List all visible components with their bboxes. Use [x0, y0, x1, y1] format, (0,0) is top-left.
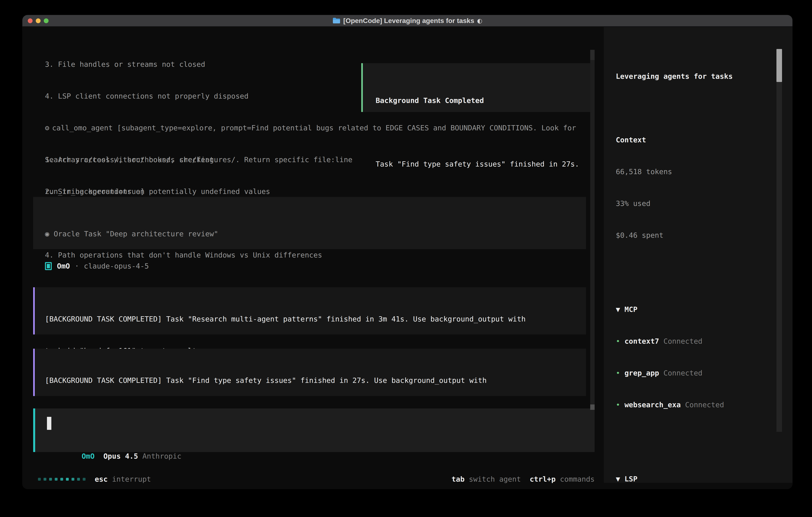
maximize-window-button[interactable] — [44, 19, 49, 23]
window-title: [OpenCode] Leveraging agents for tasks ◐ — [332, 17, 482, 25]
tool-call-header: ⚙call_omo_agent [subagent_type=explore, … — [45, 123, 576, 133]
chat-scrollbar[interactable] — [590, 50, 594, 410]
status-dot-icon: • — [616, 369, 620, 377]
chat-scrollbar-cap — [590, 50, 594, 60]
mcp-item: • websearch_exa Connected — [616, 400, 782, 410]
title-bar[interactable]: [OpenCode] Leveraging agents for tasks ◐ — [22, 15, 792, 27]
agent-model: claude-opus-4-5 — [84, 261, 149, 271]
activity-dots — [38, 478, 86, 481]
context-used: 33% used — [616, 198, 782, 209]
record-icon: ◉ — [45, 230, 49, 238]
agent-header: OmO · claude-opus-4-5 — [45, 261, 149, 271]
terminal-window: [OpenCode] Leveraging agents for tasks ◐… — [22, 15, 792, 489]
sidebar-scrollbar-thumb[interactable] — [777, 49, 782, 82]
input-model-line: OmOOpus 4.5Anthropic — [47, 440, 181, 472]
oracle-task-title: ◉Oracle Task "Deep architecture review" — [45, 228, 586, 239]
app-content: 3. File handles or streams not closed 4.… — [22, 27, 792, 483]
sidebar-scrollbar[interactable] — [777, 49, 782, 432]
status-right-hints: tab switch agent ctrl+p commands — [452, 474, 594, 484]
session-title: Leveraging agents for tasks — [616, 71, 782, 82]
status-dot-icon: • — [616, 337, 620, 345]
prompt-input[interactable]: OmOOpus 4.5Anthropic — [33, 408, 594, 452]
gear-icon: ⚙ — [45, 124, 49, 132]
oracle-task-box[interactable]: ◉Oracle Task "Deep architecture review" … — [33, 197, 586, 249]
active-agent-label: OmO — [82, 452, 94, 460]
active-model-label: Opus 4.5 — [103, 452, 138, 460]
task-message: [BACKGROUND TASK COMPLETED] Task "Find t… — [33, 349, 586, 396]
agent-icon — [45, 262, 52, 270]
esc-hint: esc interrupt — [95, 474, 151, 484]
tool-call-line: 1. Array access without bounds checking — [45, 154, 576, 165]
minimize-window-button[interactable] — [36, 19, 40, 23]
provider-label: Anthropic — [142, 452, 181, 460]
task-message-line: [BACKGROUND TASK COMPLETED] Task "Find t… — [45, 375, 586, 386]
chat-scrollbar-thumb[interactable] — [590, 404, 594, 410]
mcp-section-header[interactable]: ▼ MCP — [616, 304, 782, 315]
close-window-button[interactable] — [28, 19, 33, 23]
separator-dot: · — [75, 261, 79, 271]
tool-call-line: 2. String operations on potentially unde… — [45, 186, 576, 197]
context-heading: Context — [616, 135, 782, 145]
status-bar: esc interrupt tab switch agent ctrl+p co… — [38, 474, 594, 484]
agent-name: OmO — [57, 261, 70, 271]
scrollback-line: 4. LSP client connections not properly d… — [45, 91, 352, 101]
session-progress-icon: ◐ — [477, 17, 482, 24]
tool-call-text: call_omo_agent [subagent_type=explore, p… — [52, 124, 576, 132]
mcp-item: • grep_app Connected — [616, 368, 782, 378]
scrollback-line: 3. File handles or streams not closed — [45, 59, 352, 70]
sidebar: Leveraging agents for tasks Context 66,5… — [616, 50, 782, 489]
status-dot-icon: • — [616, 401, 620, 409]
context-spent: $0.46 spent — [616, 230, 782, 241]
text-cursor — [47, 417, 51, 430]
context-tokens: 66,518 tokens — [616, 166, 782, 177]
chevron-down-icon: ▼ — [616, 305, 620, 314]
window-title-text: [OpenCode] Leveraging agents for tasks — [343, 17, 474, 25]
mcp-item: • context7 Connected — [616, 336, 782, 347]
task-message: [BACKGROUND TASK COMPLETED] Task "Resear… — [33, 287, 586, 334]
ctrlp-hint: ctrl+p commands — [530, 474, 594, 484]
folder-icon — [332, 18, 341, 24]
tab-hint: tab switch agent — [452, 474, 521, 484]
lsp-section-header[interactable]: ▼ LSP — [616, 473, 782, 484]
chevron-down-icon: ▼ — [616, 475, 620, 483]
task-message-line: [BACKGROUND TASK COMPLETED] Task "Resear… — [45, 314, 586, 324]
